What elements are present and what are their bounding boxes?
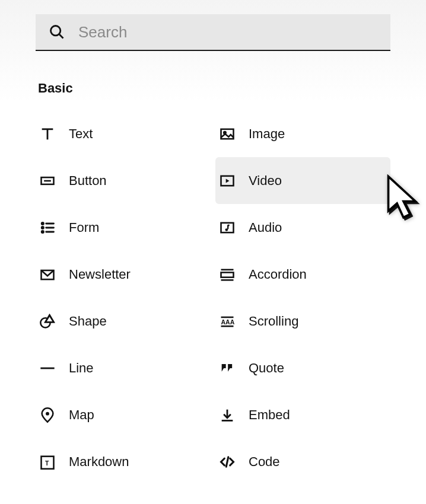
scrolling-icon: AAA	[218, 312, 237, 331]
block-text[interactable]: Text	[36, 110, 211, 157]
accordion-icon	[218, 265, 237, 284]
block-markdown[interactable]: T Markdown	[36, 438, 211, 485]
block-label: Code	[249, 454, 280, 470]
markdown-icon: T	[38, 452, 57, 471]
block-audio[interactable]: Audio	[215, 204, 390, 251]
svg-line-1	[59, 34, 63, 38]
svg-point-17	[225, 228, 228, 231]
svg-rect-4	[221, 129, 234, 138]
embed-icon	[218, 406, 237, 425]
block-label: Button	[69, 173, 107, 189]
button-icon	[38, 171, 57, 190]
search-bar[interactable]	[36, 14, 390, 51]
svg-text:AAA: AAA	[221, 318, 235, 325]
block-button[interactable]: Button	[36, 157, 211, 204]
svg-point-12	[42, 227, 43, 228]
block-label: Video	[249, 173, 282, 189]
block-line[interactable]: Line	[36, 344, 211, 391]
section-title: Basic	[38, 81, 390, 96]
block-label: Quote	[249, 361, 284, 376]
block-code[interactable]: Code	[215, 438, 390, 485]
svg-text:T: T	[45, 459, 49, 466]
block-form[interactable]: Form	[36, 204, 211, 251]
block-shape[interactable]: Shape	[36, 298, 211, 344]
block-image[interactable]: Image	[215, 110, 390, 157]
video-icon	[218, 171, 237, 190]
block-map[interactable]: Map	[36, 391, 211, 438]
quote-icon	[218, 359, 237, 378]
block-label: Markdown	[69, 454, 129, 470]
search-icon	[47, 23, 66, 42]
svg-point-29	[46, 412, 49, 415]
shape-icon	[38, 312, 57, 331]
block-quote[interactable]: Quote	[215, 344, 390, 391]
block-label: Scrolling	[249, 314, 298, 329]
svg-point-14	[42, 231, 43, 232]
newsletter-icon	[38, 265, 57, 284]
search-input[interactable]	[78, 23, 379, 42]
block-label: Image	[249, 126, 285, 142]
block-scrolling[interactable]: AAA Scrolling	[215, 298, 390, 344]
text-icon	[38, 125, 57, 143]
audio-icon	[218, 218, 237, 237]
map-icon	[38, 406, 57, 425]
block-label: Line	[69, 361, 94, 376]
svg-rect-20	[221, 272, 234, 277]
svg-point-10	[42, 222, 43, 224]
block-picker-panel: Basic Text Image	[0, 0, 426, 485]
block-label: Newsletter	[69, 267, 131, 282]
form-icon	[38, 218, 57, 237]
svg-line-34	[226, 457, 228, 466]
svg-point-0	[51, 26, 61, 36]
block-label: Form	[69, 220, 99, 235]
line-icon	[38, 359, 57, 378]
code-icon	[218, 452, 237, 471]
block-label: Text	[69, 126, 93, 142]
block-label: Embed	[249, 407, 290, 423]
svg-marker-9	[226, 178, 230, 183]
block-label: Audio	[249, 220, 282, 235]
block-label: Shape	[69, 314, 107, 329]
image-icon	[218, 125, 237, 143]
block-grid: Text Image Button	[36, 110, 390, 485]
block-accordion[interactable]: Accordion	[215, 251, 390, 298]
block-label: Accordion	[249, 267, 307, 282]
block-embed[interactable]: Embed	[215, 391, 390, 438]
block-label: Map	[69, 407, 94, 423]
block-video[interactable]: Video	[215, 157, 390, 204]
block-newsletter[interactable]: Newsletter	[36, 251, 211, 298]
